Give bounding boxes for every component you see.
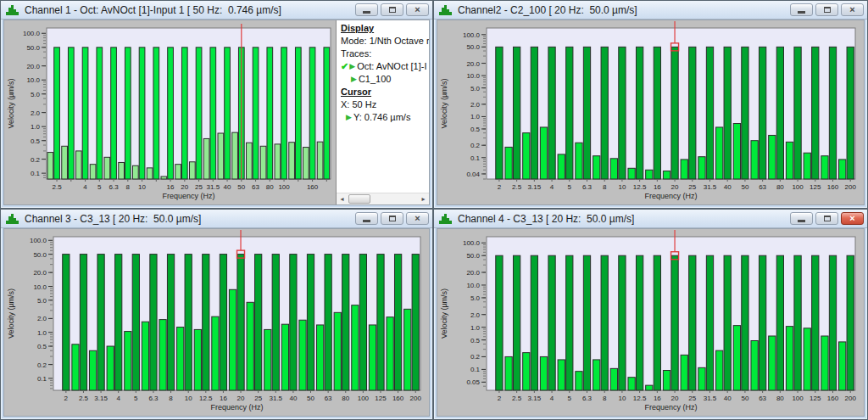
chart-svg: 100.050.020.010.05.02.01.00.50.20.10.052…	[437, 229, 864, 416]
scroll-right-icon[interactable]: ▸	[418, 193, 429, 204]
svg-text:4: 4	[550, 183, 554, 191]
svg-text:0.2: 0.2	[37, 361, 47, 369]
svg-text:3.15: 3.15	[528, 395, 542, 402]
svg-text:10: 10	[618, 395, 626, 402]
minimize-icon	[798, 11, 805, 14]
svg-text:50.0: 50.0	[33, 251, 47, 259]
svg-text:50: 50	[741, 395, 748, 402]
minimize-icon	[363, 11, 370, 14]
svg-text:25: 25	[688, 395, 696, 402]
restore-icon	[824, 216, 831, 221]
restore-button[interactable]	[815, 212, 838, 225]
chart-channel-3[interactable]: 100.050.020.010.05.02.01.00.50.20.122.53…	[4, 229, 429, 416]
svg-text:16: 16	[167, 183, 175, 191]
svg-text:25: 25	[195, 183, 203, 191]
svg-text:160: 160	[392, 395, 404, 402]
check-icon: ✔	[341, 60, 348, 73]
restore-button[interactable]	[815, 3, 838, 16]
close-button[interactable]: ×	[406, 3, 429, 16]
svg-text:0.5: 0.5	[31, 137, 41, 145]
svg-text:125: 125	[810, 395, 821, 402]
cursor-y-row: ▶Y: 0.746 µm/s	[341, 111, 429, 124]
svg-text:20: 20	[671, 183, 679, 191]
minimize-button[interactable]	[355, 3, 378, 16]
svg-text:160: 160	[827, 183, 839, 191]
chart-svg: 100.050.020.010.05.02.01.00.50.20.10.042…	[437, 20, 864, 204]
scrollbar-thumb[interactable]	[348, 194, 370, 204]
window-title: Channel 1 - Oct: AvNOct [1]-Input 1 [ 50…	[25, 4, 350, 16]
chart-svg: 100.050.020.010.05.02.01.00.50.20.12.545…	[4, 20, 336, 204]
svg-text:10.0: 10.0	[26, 76, 40, 84]
chart-svg: 100.050.020.010.05.02.01.00.50.20.122.53…	[4, 229, 429, 416]
svg-text:31.5: 31.5	[207, 183, 220, 191]
titlebar-channel-1[interactable]: Channel 1 - Oct: AvNOct [1]-Input 1 [ 50…	[1, 1, 432, 20]
svg-text:40: 40	[724, 183, 732, 191]
svg-text:31.5: 31.5	[704, 395, 717, 402]
chart-channel-1[interactable]: 100.050.020.010.05.02.01.00.50.20.12.545…	[4, 20, 336, 204]
close-icon: ×	[415, 214, 420, 223]
titlebar-channel-3[interactable]: Channel 3 - C3_13 [ 20 Hz: 50.0 µm/s] ×	[1, 210, 432, 228]
svg-text:16: 16	[654, 395, 661, 402]
svg-text:50: 50	[741, 183, 748, 191]
close-button[interactable]: ×	[406, 212, 429, 225]
window-content: 100.050.020.010.05.02.01.00.50.20.10.042…	[437, 20, 865, 205]
svg-text:25: 25	[688, 183, 696, 191]
svg-text:10: 10	[138, 183, 146, 191]
svg-text:0.2: 0.2	[470, 353, 481, 361]
display-panel: Display Mode: 1/Nth Octave r Traces: ✔▶O…	[336, 20, 429, 204]
y-axis-label: Velocity (µm/s)	[440, 78, 448, 128]
svg-text:12.5: 12.5	[633, 183, 647, 191]
svg-text:4: 4	[83, 183, 87, 191]
svg-text:200: 200	[845, 395, 857, 402]
svg-text:160: 160	[827, 395, 839, 402]
svg-text:0.1: 0.1	[31, 170, 41, 177]
svg-text:125: 125	[375, 395, 387, 402]
svg-text:25: 25	[254, 395, 262, 402]
y-axis: 100.050.020.010.05.02.01.00.50.20.10.04	[463, 31, 486, 179]
svg-text:8: 8	[169, 395, 173, 402]
svg-text:4: 4	[116, 395, 120, 402]
svg-text:2: 2	[498, 183, 502, 191]
trace-item-1[interactable]: ✔▶Oct: AvNOct [1]-I	[341, 60, 429, 73]
y-axis: 100.050.020.010.05.02.01.00.50.20.1	[23, 30, 46, 177]
svg-text:100: 100	[792, 395, 804, 402]
svg-text:12.5: 12.5	[199, 395, 213, 402]
chart-channel-4[interactable]: 100.050.020.010.05.02.01.00.50.20.10.052…	[437, 229, 864, 416]
titlebar-channel-4[interactable]: Channel 4 - C3_13 [ 20 Hz: 50.0 µm/s] ×	[434, 210, 867, 228]
svg-text:80: 80	[776, 183, 784, 191]
svg-text:10.0: 10.0	[466, 282, 480, 289]
minimize-button[interactable]	[790, 212, 813, 225]
x-axis-label: Frequency (Hz)	[210, 403, 263, 412]
titlebar-channel-2[interactable]: Channel2 - C2_100 [ 20 Hz: 50.0 µm/s] ×	[434, 1, 867, 20]
svg-text:5: 5	[568, 183, 572, 191]
svg-text:1.0: 1.0	[37, 329, 47, 337]
y-axis-label: Velocity (µm/s)	[7, 78, 15, 128]
close-icon: ×	[849, 214, 854, 223]
close-button[interactable]: ×	[841, 3, 864, 16]
chart-channel-2[interactable]: 100.050.020.010.05.02.01.00.50.20.10.042…	[437, 20, 864, 204]
restore-button[interactable]	[381, 212, 403, 225]
svg-text:40: 40	[224, 183, 231, 191]
histogram-window-icon	[6, 4, 19, 15]
svg-text:8: 8	[603, 183, 607, 191]
svg-text:2.5: 2.5	[512, 395, 522, 402]
minimize-button[interactable]	[790, 3, 813, 16]
trace-item-2[interactable]: ▶C1_100	[341, 73, 429, 86]
panel-horizontal-scrollbar[interactable]: ◂ ▸	[337, 193, 429, 204]
minimize-button[interactable]	[355, 212, 378, 225]
svg-text:63: 63	[759, 395, 766, 402]
scroll-left-icon[interactable]: ◂	[337, 193, 348, 204]
svg-text:6.3: 6.3	[148, 395, 159, 402]
close-button[interactable]: ×	[841, 212, 864, 225]
svg-text:1.0: 1.0	[470, 324, 481, 332]
svg-text:3.15: 3.15	[94, 395, 108, 402]
restore-button[interactable]	[381, 3, 403, 16]
window-content: 100.050.020.010.05.02.01.00.50.20.10.052…	[437, 228, 865, 417]
svg-text:50.0: 50.0	[466, 43, 480, 51]
window-content: 100.050.020.010.05.02.01.00.50.20.122.53…	[3, 228, 430, 417]
svg-text:100.0: 100.0	[23, 30, 41, 37]
y-axis-label: Velocity (µm/s)	[7, 288, 15, 339]
desktop: Channel 1 - Oct: AvNOct [1]-Input 1 [ 50…	[0, 0, 868, 420]
svg-text:2.0: 2.0	[31, 109, 41, 117]
restore-icon	[824, 7, 831, 13]
